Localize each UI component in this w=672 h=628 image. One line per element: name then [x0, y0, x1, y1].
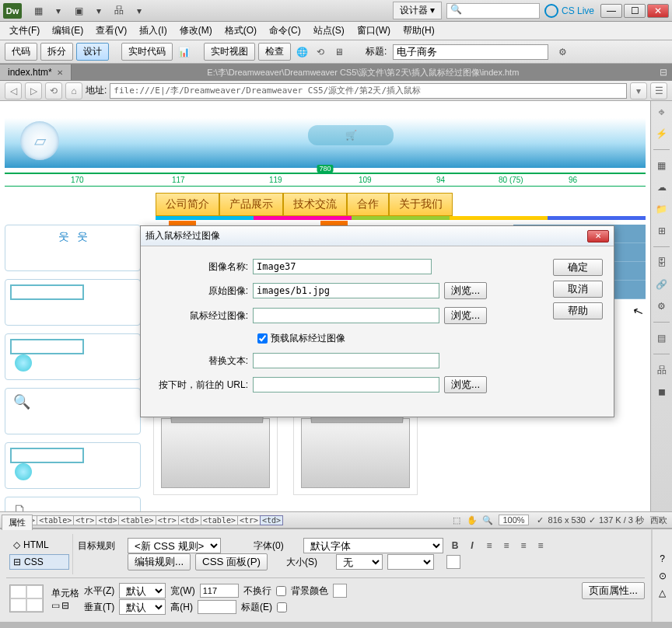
- menu-window[interactable]: 窗口(W): [351, 22, 397, 40]
- databases-icon[interactable]: 🗄: [654, 255, 670, 270]
- menu-modify[interactable]: 修改(M): [173, 22, 219, 40]
- browse-rollover-button[interactable]: 浏览...: [444, 307, 487, 324]
- properties-tab[interactable]: 属性: [2, 515, 33, 530]
- document-tab[interactable]: index.htm* ✕: [0, 65, 72, 80]
- design-view-button[interactable]: 设计: [76, 43, 109, 61]
- menu-help[interactable]: 帮助(H): [397, 22, 441, 40]
- css-panel-button[interactable]: CSS 面板(P): [195, 553, 268, 570]
- edit-rule-button[interactable]: 编辑规则...: [128, 553, 191, 570]
- menu-insert[interactable]: 插入(I): [133, 22, 173, 40]
- bindings-icon[interactable]: 🔗: [654, 277, 670, 292]
- menu-edit[interactable]: 编辑(E): [46, 22, 89, 40]
- menu-site[interactable]: 站点(S): [307, 22, 351, 40]
- history-icon[interactable]: 品: [654, 362, 670, 378]
- dialog-close-button[interactable]: ✕: [587, 230, 609, 242]
- vert-select[interactable]: 默认: [119, 599, 166, 615]
- font-select[interactable]: 默认字体: [303, 538, 443, 553]
- bc-icon[interactable]: ☁: [654, 180, 670, 195]
- ap-elements-icon[interactable]: ▦: [654, 158, 670, 173]
- browse-url-button[interactable]: 浏览...: [444, 376, 487, 393]
- tab-close-icon[interactable]: ✕: [57, 68, 63, 77]
- browser-icon[interactable]: 🌐: [294, 44, 310, 60]
- browse-original-button[interactable]: 浏览...: [444, 282, 487, 299]
- target-rule-select[interactable]: <新 CSS 规则>: [128, 538, 221, 553]
- html-mode-button[interactable]: ◇ HTML: [9, 537, 69, 553]
- multiscreen-icon[interactable]: ⟲: [313, 44, 328, 60]
- css-panel-icon[interactable]: ⚡: [654, 126, 670, 141]
- help-icon[interactable]: ?: [660, 553, 665, 564]
- refresh-icon[interactable]: 🖥: [331, 44, 347, 60]
- live-view-button[interactable]: 实时视图: [204, 43, 255, 61]
- menu-file[interactable]: 文件(F): [3, 22, 46, 40]
- align-left-icon[interactable]: ≡: [482, 539, 496, 553]
- dropdown-icon[interactable]: ▾: [92, 4, 106, 18]
- align-justify-icon[interactable]: ≡: [534, 539, 548, 553]
- css-mode-button[interactable]: ⊟ CSS: [9, 554, 69, 570]
- image-name-input[interactable]: [253, 259, 432, 274]
- menu-commands[interactable]: 命令(C): [263, 22, 307, 40]
- cancel-button[interactable]: 取消: [553, 281, 603, 298]
- bgcolor-swatch[interactable]: [333, 584, 347, 598]
- height-input[interactable]: [198, 600, 236, 614]
- addr-options[interactable]: ☰: [650, 82, 667, 99]
- color-swatch[interactable]: [446, 555, 460, 569]
- inspect-button[interactable]: 检查: [258, 43, 291, 61]
- cs-live-button[interactable]: CS Live: [544, 4, 594, 18]
- maximize-button[interactable]: ☐: [624, 4, 646, 18]
- rollover-image-input[interactable]: [253, 308, 439, 323]
- split-cell-icon[interactable]: ⊟: [61, 600, 69, 611]
- code-view-button[interactable]: 代码: [5, 43, 37, 61]
- title-input[interactable]: [393, 44, 548, 60]
- zoom-tool-icon[interactable]: 🔍: [481, 514, 494, 526]
- layout-icon[interactable]: ▦: [31, 4, 45, 18]
- f4-icon[interactable]: 📊: [176, 44, 191, 60]
- live-code-button[interactable]: 实时代码: [121, 43, 173, 61]
- bold-icon[interactable]: B: [448, 539, 462, 553]
- ok-button[interactable]: 确定: [553, 259, 603, 276]
- tag-selector[interactable]: <body><table><tr><td><table><tr><td><tab…: [5, 515, 282, 525]
- menu-view[interactable]: 查看(V): [89, 22, 133, 40]
- dialog-title-bar[interactable]: 插入鼠标经过图像 ✕: [141, 226, 614, 246]
- size-unit-select[interactable]: [387, 554, 434, 570]
- align-center-icon[interactable]: ≡: [499, 539, 513, 553]
- behaviors-icon[interactable]: ⚙: [654, 298, 670, 314]
- refresh-button[interactable]: ⟲: [45, 82, 62, 99]
- menu-format[interactable]: 格式(O): [219, 22, 263, 40]
- addr-dropdown[interactable]: ▾: [630, 82, 647, 99]
- sync-icon[interactable]: ⊟: [655, 67, 672, 78]
- home-button[interactable]: ⌂: [65, 82, 82, 99]
- expand-icon[interactable]: △: [659, 588, 666, 598]
- page-properties-button[interactable]: 页面属性...: [582, 582, 645, 599]
- minimize-button[interactable]: —: [600, 4, 622, 18]
- search-input[interactable]: 🔍: [446, 3, 540, 19]
- back-button[interactable]: ◁: [5, 82, 22, 99]
- preload-checkbox[interactable]: [257, 333, 268, 344]
- hand-tool-icon[interactable]: ✋: [466, 514, 478, 526]
- options-icon[interactable]: ⚙: [555, 44, 570, 60]
- window-size[interactable]: 816 x 530: [548, 515, 586, 525]
- insert-panel-icon[interactable]: ⎆: [654, 104, 670, 120]
- merge-cells-icon[interactable]: ▭: [51, 600, 60, 611]
- workspace-selector[interactable]: 设计器 ▾: [393, 2, 442, 19]
- header-checkbox[interactable]: [277, 602, 287, 612]
- nowrap-checkbox[interactable]: [276, 586, 286, 596]
- quickedit-icon[interactable]: ⊙: [659, 570, 667, 581]
- site-icon[interactable]: 品: [112, 4, 126, 18]
- horz-select[interactable]: 默认: [119, 583, 166, 598]
- frames-icon[interactable]: ▤: [654, 330, 670, 346]
- width-input[interactable]: [200, 584, 239, 598]
- split-view-button[interactable]: 拆分: [40, 43, 73, 61]
- extension-icon[interactable]: ▣: [72, 4, 86, 18]
- zoom-level[interactable]: 100%: [499, 515, 528, 525]
- url-input[interactable]: [253, 377, 439, 392]
- help-button[interactable]: 帮助: [553, 302, 603, 319]
- align-right-icon[interactable]: ≡: [516, 539, 530, 553]
- files-panel-icon[interactable]: 📁: [654, 201, 670, 217]
- dropdown-icon[interactable]: ▾: [51, 4, 65, 18]
- tag-icon[interactable]: ◼: [654, 384, 670, 399]
- alt-text-input[interactable]: [253, 353, 439, 368]
- dropdown-icon[interactable]: ▾: [132, 4, 146, 18]
- select-tool-icon[interactable]: ⬚: [450, 514, 463, 526]
- original-image-input[interactable]: [253, 283, 439, 298]
- size-select[interactable]: 无: [336, 554, 383, 570]
